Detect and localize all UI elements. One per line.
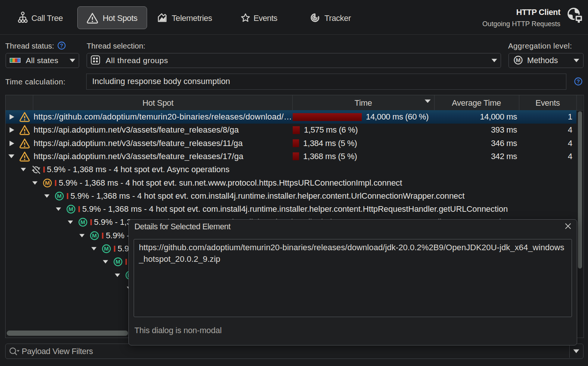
svg-text:M: M bbox=[69, 206, 74, 212]
svg-text:M: M bbox=[57, 193, 62, 199]
svg-text:?: ? bbox=[577, 78, 580, 84]
svg-text:M: M bbox=[104, 245, 109, 252]
svg-text:?: ? bbox=[60, 43, 63, 49]
svg-text:M: M bbox=[45, 180, 50, 186]
svg-text:M: M bbox=[80, 219, 85, 226]
svg-text:M: M bbox=[516, 57, 521, 63]
svg-text:M: M bbox=[92, 232, 97, 239]
svg-text:M: M bbox=[116, 258, 121, 265]
